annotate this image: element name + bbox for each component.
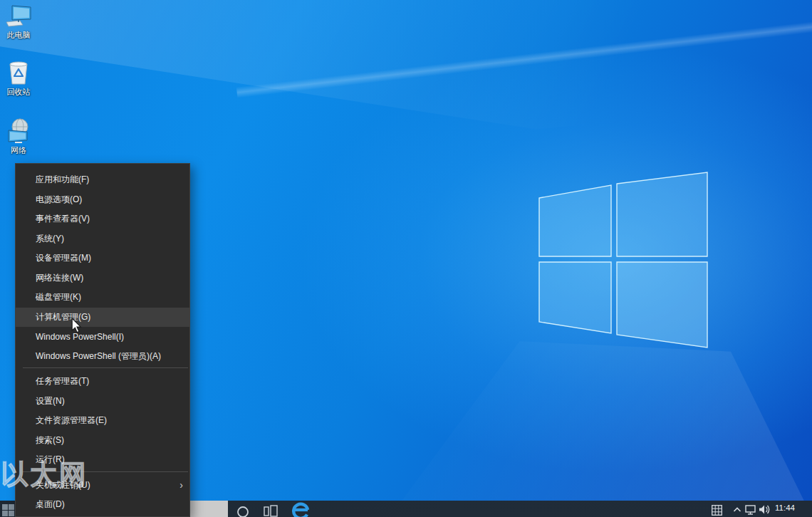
menu-item-powershell-admin[interactable]: Windows PowerShell (管理员)(A) — [16, 347, 189, 367]
menu-item-file-explorer[interactable]: 文件资源管理器(E) — [16, 411, 189, 431]
taskbar-task-view-button[interactable] — [262, 501, 279, 517]
menu-item-shutdown-signout[interactable]: 关机或注销(U) › — [16, 476, 189, 496]
menu-item-search[interactable]: 搜索(S) — [16, 431, 189, 451]
tray-ime-button[interactable] — [709, 501, 724, 517]
desktop-icon-label: 此电脑 — [7, 30, 31, 41]
taskbar-edge-button[interactable] — [291, 501, 311, 517]
chevron-up-icon — [733, 506, 741, 513]
desktop-icon-this-pc[interactable]: 此电脑 — [0, 3, 37, 41]
menu-item-powershell[interactable]: Windows PowerShell(I) — [16, 327, 189, 347]
winx-menu: 应用和功能(F) 电源选项(O) 事件查看器(V) 系统(Y) 设备管理器(M)… — [15, 163, 190, 517]
windows-desktop: 此电脑 回收站 网络 应用和功能(F) 电源选项(O) — [0, 0, 812, 517]
menu-item-run[interactable]: 运行(R) — [16, 450, 189, 470]
start-button[interactable] — [0, 501, 16, 517]
task-view-icon — [264, 505, 278, 517]
ime-grid-icon — [712, 505, 722, 516]
recycle-bin-icon — [6, 60, 31, 85]
mouse-cursor — [71, 318, 82, 333]
menu-item-computer-management[interactable]: 计算机管理(G) — [16, 308, 189, 328]
desktop-icon-label: 回收站 — [7, 87, 31, 98]
tray-volume-button[interactable] — [757, 501, 771, 517]
menu-item-settings[interactable]: 设置(N) — [16, 392, 189, 412]
desktop-icon-network[interactable]: 网络 — [0, 118, 37, 156]
menu-item-network-connections[interactable]: 网络连接(W) — [16, 268, 189, 288]
network-icon — [4, 118, 33, 144]
menu-item-system[interactable]: 系统(Y) — [16, 229, 189, 249]
windows-start-icon — [2, 504, 14, 516]
windows-logo-wallpaper — [538, 171, 709, 349]
edge-icon — [291, 502, 310, 517]
taskbar-clock[interactable]: 11:44 — [775, 503, 806, 512]
menu-item-power-options[interactable]: 电源选项(O) — [16, 190, 189, 210]
tray-hidden-icons-button[interactable] — [732, 501, 743, 517]
taskbar-active-app-button[interactable] — [190, 501, 228, 517]
network-status-icon — [745, 505, 756, 516]
tray-network-button[interactable] — [744, 501, 758, 517]
desktop-icon-label: 网络 — [11, 145, 26, 156]
desktop-icon-recycle-bin[interactable]: 回收站 — [0, 60, 37, 98]
submenu-chevron-icon: › — [179, 480, 183, 490]
taskbar-search-button[interactable] — [235, 501, 251, 517]
menu-item-device-manager[interactable]: 设备管理器(M) — [16, 249, 189, 268]
menu-item-apps-and-features[interactable]: 应用和功能(F) — [16, 170, 189, 190]
search-icon — [236, 503, 249, 517]
menu-item-desktop[interactable]: 桌面(D) — [16, 495, 189, 515]
this-pc-icon — [4, 3, 33, 28]
menu-item-event-viewer[interactable]: 事件查看器(V) — [16, 209, 189, 229]
volume-icon — [759, 505, 770, 515]
menu-separator — [23, 471, 188, 472]
menu-item-task-manager[interactable]: 任务管理器(T) — [16, 372, 189, 392]
menu-item-disk-management[interactable]: 磁盘管理(K) — [16, 288, 189, 308]
menu-separator — [23, 367, 188, 368]
